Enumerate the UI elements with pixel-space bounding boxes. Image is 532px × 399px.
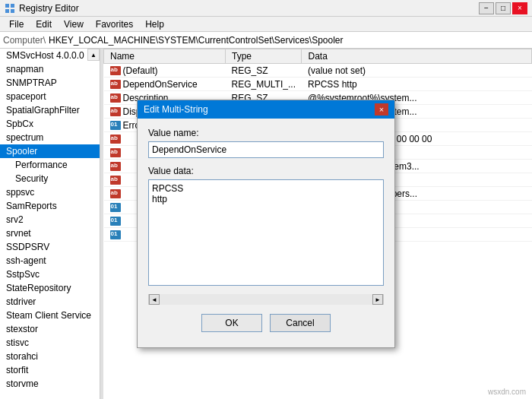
ab-icon: ab [110, 148, 121, 157]
tree-item[interactable]: SSDPSRV [0, 240, 100, 254]
tree-item[interactable]: spaceport [0, 90, 100, 103]
col-header-name[interactable]: Name [104, 49, 226, 64]
value-data-scroll-area: RPCSS http [148, 179, 384, 288]
tree-item[interactable]: stexstor [0, 322, 100, 336]
address-bar: Computer\ HKEY_LOCAL_MACHINE\SYSTEM\Curr… [0, 32, 532, 49]
tree-item[interactable]: stdriver [0, 295, 100, 309]
binary-icon: 01 [110, 203, 121, 212]
col-header-type[interactable]: Type [226, 49, 302, 64]
tree-item[interactable]: spectrum [0, 131, 100, 144]
menu-file[interactable]: File [3, 17, 30, 31]
value-name-label: Value name: [148, 128, 384, 138]
menu-view[interactable]: View [58, 17, 90, 31]
ab-icon: ab [110, 107, 121, 116]
tree-item[interactable]: snapman [0, 62, 100, 76]
ab-icon: ab [110, 80, 121, 89]
reg-data: (value not set) [302, 64, 532, 78]
value-data-textarea[interactable]: RPCSS http [148, 179, 384, 286]
tree-item[interactable]: SstpSvc [0, 268, 100, 281]
svg-rect-2 [5, 9, 9, 13]
address-path[interactable]: HKEY_LOCAL_MACHINE\SYSTEM\CurrentControl… [49, 35, 529, 46]
dialog-buttons: OK Cancel [148, 311, 384, 338]
svg-rect-3 [11, 9, 14, 13]
horizontal-scrollbar[interactable]: ◄ ► [148, 294, 384, 305]
ab-icon: ab [110, 93, 121, 103]
menu-favorites[interactable]: Favorites [90, 17, 139, 31]
tree-panel: SMSvcHost 4.0.0.0snapmanSNMPTRAPspacepor… [0, 49, 100, 399]
maximize-button[interactable]: □ [496, 2, 511, 14]
tree-item[interactable]: stisvc [0, 336, 100, 350]
tree-item[interactable]: Performance [0, 158, 100, 172]
tree-scroll-up[interactable]: ▲ [87, 49, 100, 61]
minimize-button[interactable]: − [479, 2, 494, 14]
col-header-data[interactable]: Data [302, 49, 532, 64]
scroll-right-arrow[interactable]: ► [372, 294, 383, 305]
tree-item[interactable]: SpatialGraphFilter [0, 103, 100, 117]
watermark: wsxdn.com [488, 388, 526, 396]
address-label: Computer\ [3, 35, 46, 46]
tree-item[interactable]: storfit [0, 363, 100, 377]
value-data-label: Value data: [148, 166, 384, 176]
table-row[interactable]: abDependOnServiceREG_MULTI_...RPCSS http [104, 78, 532, 91]
cancel-button[interactable]: Cancel [270, 314, 331, 332]
svg-rect-1 [11, 4, 14, 8]
tree-item[interactable]: SMSvcHost 4.0.0.0 [0, 49, 100, 62]
tree-item[interactable]: srvnet [0, 226, 100, 240]
svg-rect-0 [5, 4, 9, 8]
tree-item[interactable]: storvme [0, 377, 100, 391]
binary-icon: 01 [110, 230, 121, 239]
app-title: Registry Editor [19, 3, 79, 14]
ab-icon: ab [110, 162, 121, 171]
tree-item[interactable]: SamReports [0, 199, 100, 213]
tree-scroll-area[interactable]: SMSvcHost 4.0.0.0snapmanSNMPTRAPspacepor… [0, 49, 100, 399]
menu-bar: File Edit View Favorites Help [0, 17, 532, 32]
value-name-input[interactable] [148, 141, 384, 158]
tree-item[interactable]: SpbCx [0, 117, 100, 131]
dialog-close-button[interactable]: × [375, 103, 388, 116]
scroll-track [160, 294, 372, 305]
menu-help[interactable]: Help [139, 17, 170, 31]
edit-multistring-dialog: Edit Multi-String × Value name: Value da… [137, 100, 395, 348]
reg-type: REG_MULTI_... [226, 78, 302, 91]
reg-data: RPCSS http [302, 78, 532, 91]
binary-icon: 01 [110, 217, 121, 226]
window-controls: − □ × [479, 2, 527, 14]
binary-icon: 01 [110, 121, 121, 130]
menu-edit[interactable]: Edit [30, 17, 58, 31]
tree-item[interactable]: srv2 [0, 213, 100, 226]
reg-type: REG_SZ [226, 64, 302, 78]
tree-item[interactable]: sppsvc [0, 185, 100, 199]
main-layout: SMSvcHost 4.0.0.0snapmanSNMPTRAPspacepor… [0, 49, 532, 399]
dialog-title: Edit Multi-String [144, 104, 208, 115]
app-icon [5, 3, 15, 14]
table-row[interactable]: ab(Default)REG_SZ(value not set) [104, 64, 532, 78]
dialog-title-bar: Edit Multi-String × [138, 100, 394, 119]
tree-item[interactable]: storahci [0, 350, 100, 363]
tree-item[interactable]: SNMPTRAP [0, 76, 100, 90]
tree-item[interactable]: StateRepository [0, 281, 100, 295]
tree-item[interactable]: Spooler [0, 144, 100, 158]
ab-icon: ab [110, 189, 121, 198]
ok-button[interactable]: OK [201, 314, 262, 332]
title-bar: Registry Editor − □ × [0, 0, 532, 17]
tree-item[interactable]: Steam Client Service [0, 309, 100, 322]
scroll-left-arrow[interactable]: ◄ [149, 294, 160, 305]
ab-icon: ab [110, 135, 121, 144]
close-button[interactable]: × [512, 2, 527, 14]
ab-icon: ab [110, 66, 121, 75]
tree-item[interactable]: Security [0, 172, 100, 185]
tree-item[interactable]: ssh-agent [0, 254, 100, 268]
ab-icon: ab [110, 176, 121, 185]
dialog-body: Value name: Value data: RPCSS http ◄ ► O… [138, 119, 394, 347]
